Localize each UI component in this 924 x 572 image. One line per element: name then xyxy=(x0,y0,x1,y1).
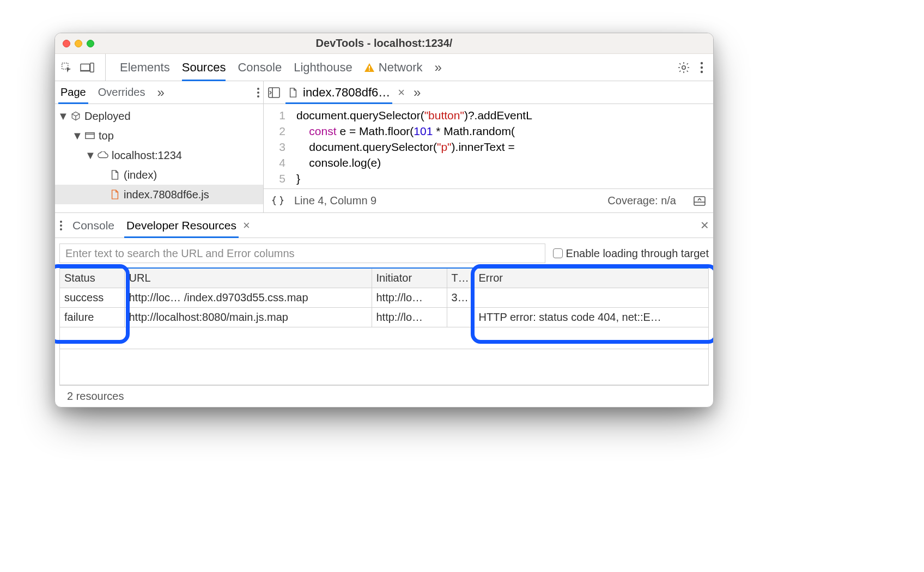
cell-error: HTTP error: status code 404, net::E… xyxy=(474,308,708,327)
svg-rect-3 xyxy=(369,66,370,69)
tree-file-index[interactable]: (index) xyxy=(55,165,263,185)
svg-point-19 xyxy=(60,224,62,227)
svg-point-8 xyxy=(701,70,703,72)
window-controls xyxy=(63,40,94,47)
svg-point-9 xyxy=(257,88,259,90)
caret-down-icon: ▼ xyxy=(74,130,81,142)
close-drawer-button[interactable]: × xyxy=(701,217,709,234)
nav-tab-overrides[interactable]: Overrides xyxy=(96,81,148,104)
cursor-position: Line 4, Column 9 xyxy=(294,194,376,207)
warning-icon xyxy=(364,63,374,72)
main-tabstrip: Elements Sources Console Lighthouse Netw… xyxy=(55,54,713,81)
tab-network[interactable]: Network xyxy=(364,54,423,81)
more-tabs-button[interactable]: » xyxy=(435,54,442,81)
drawer-footer: 2 resources xyxy=(59,385,709,407)
cell-status: failure xyxy=(60,308,124,327)
titlebar: DevTools - localhost:1234/ xyxy=(55,33,713,54)
navigator-pane: Page Overrides » ▼ Deployed xyxy=(55,81,264,212)
nav-more-tabs-button[interactable]: » xyxy=(155,81,166,104)
tree-frame-top[interactable]: ▼ top xyxy=(55,126,263,145)
svg-point-6 xyxy=(701,62,703,64)
cell-initiator: http://lo… xyxy=(372,308,447,327)
svg-point-5 xyxy=(682,65,685,69)
svg-rect-4 xyxy=(369,69,370,70)
tab-label: Console xyxy=(72,219,114,232)
developer-resources-panel: Enable loading through target Status URL… xyxy=(55,238,713,407)
pretty-print-button[interactable] xyxy=(271,196,284,206)
checkbox-icon xyxy=(553,248,563,258)
tree-origin[interactable]: ▼ localhost:1234 xyxy=(55,145,263,165)
tab-label: Page xyxy=(60,86,86,99)
editor-statusbar: Line 4, Column 9 Coverage: n/a xyxy=(264,188,713,212)
tree-file-js[interactable]: index.7808df6e.js xyxy=(55,185,263,204)
editor-tab-file[interactable]: index.7808df6… xyxy=(285,81,392,104)
tree-group-deployed[interactable]: ▼ Deployed xyxy=(55,106,263,126)
svg-rect-16 xyxy=(694,197,705,205)
navigator-menu-button[interactable] xyxy=(257,87,260,98)
chevron-double-right-icon: » xyxy=(157,85,164,100)
enable-target-checkbox[interactable]: Enable loading through target xyxy=(553,247,709,260)
line-gutter: 12345 xyxy=(264,104,291,188)
tab-label: Elements xyxy=(120,60,170,75)
tab-console[interactable]: Console xyxy=(238,54,282,81)
table-header-row: Status URL Initiator T… Error xyxy=(60,269,708,288)
close-window-button[interactable] xyxy=(63,40,70,47)
caret-down-icon: ▼ xyxy=(59,110,67,123)
sources-split: Page Overrides » ▼ Deployed xyxy=(55,81,713,213)
resource-count: 2 resources xyxy=(67,390,124,403)
tab-label: Network xyxy=(379,60,423,75)
tab-label: Console xyxy=(238,60,282,75)
col-error[interactable]: Error xyxy=(474,269,708,288)
editor-tab-label: index.7808df6… xyxy=(303,86,390,100)
svg-rect-12 xyxy=(86,133,94,139)
package-icon xyxy=(70,111,81,121)
chevron-double-right-icon[interactable]: » xyxy=(414,85,421,100)
tab-lighthouse[interactable]: Lighthouse xyxy=(294,54,352,81)
close-drawer-tab-button[interactable]: × xyxy=(243,218,250,233)
tab-label: Overrides xyxy=(98,86,145,99)
col-initiator[interactable]: Initiator xyxy=(372,269,447,288)
drawer-tab-console[interactable]: Console xyxy=(70,213,117,238)
tree-label: (index) xyxy=(124,169,157,181)
col-t[interactable]: T… xyxy=(447,269,474,288)
svg-rect-1 xyxy=(81,64,90,70)
document-icon xyxy=(288,88,299,98)
tab-sources[interactable]: Sources xyxy=(182,54,226,81)
resources-table: Status URL Initiator T… Error success ht… xyxy=(59,267,709,385)
cell-status: success xyxy=(60,288,124,308)
file-tree: ▼ Deployed ▼ top ▼ xyxy=(55,104,263,212)
toggle-sidebar-button[interactable] xyxy=(268,87,280,98)
tab-label: Developer Resources xyxy=(126,219,236,232)
cell-initiator: http://lo… xyxy=(372,288,447,308)
cloud-icon xyxy=(98,151,108,159)
editor-pane: index.7808df6… × » 12345 document.queryS… xyxy=(264,81,713,212)
close-tab-button[interactable]: × xyxy=(398,86,405,100)
col-status[interactable]: Status xyxy=(60,269,124,288)
table-row[interactable]: success http://loc… /index.d9703d55.css.… xyxy=(60,288,708,308)
col-url[interactable]: URL xyxy=(124,269,372,288)
drawer-menu-button[interactable] xyxy=(59,220,63,231)
svg-point-20 xyxy=(60,228,62,230)
coverage-status: Coverage: n/a xyxy=(607,194,676,207)
search-input[interactable] xyxy=(59,244,545,263)
cell-url: http://loc… /index.d9703d55.css.map xyxy=(124,288,372,308)
navigator-tabs: Page Overrides » xyxy=(55,81,263,104)
zoom-window-button[interactable] xyxy=(87,40,94,47)
cell-t: 356 xyxy=(447,288,474,308)
tree-label: top xyxy=(99,130,114,142)
settings-button[interactable] xyxy=(677,61,690,74)
tab-elements[interactable]: Elements xyxy=(120,54,170,81)
nav-tab-page[interactable]: Page xyxy=(58,81,88,104)
more-menu-button[interactable] xyxy=(700,62,703,74)
tree-label: Deployed xyxy=(84,110,131,123)
inspect-icon[interactable] xyxy=(60,62,72,74)
table-row[interactable]: failure http://localhost:8080/main.js.ma… xyxy=(60,308,708,327)
minimize-window-button[interactable] xyxy=(75,40,82,47)
device-toolbar-icon[interactable] xyxy=(80,62,94,73)
cell-error xyxy=(474,288,708,308)
script-icon xyxy=(110,190,120,199)
drawer-tab-developer-resources[interactable]: Developer Resources xyxy=(124,213,239,238)
svg-point-10 xyxy=(257,92,259,94)
show-drawer-button[interactable] xyxy=(694,196,706,206)
code-editor[interactable]: 12345 document.querySelector("button")?.… xyxy=(264,104,713,188)
